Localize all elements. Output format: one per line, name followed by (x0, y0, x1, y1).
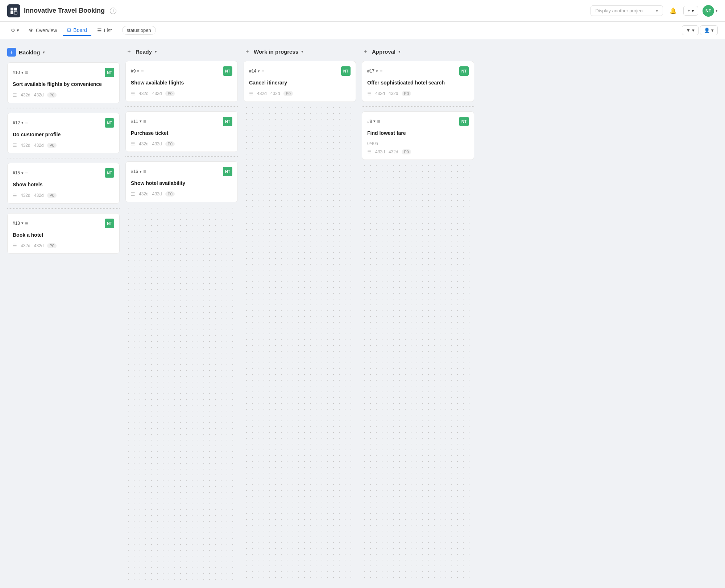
card-menu-icon-backlog-3[interactable]: ≡ (25, 220, 28, 226)
card-menu-icon-backlog-1[interactable]: ≡ (25, 120, 28, 126)
tab-board-label: Board (73, 27, 87, 33)
column-add-small-approval[interactable]: + (362, 48, 369, 55)
column-add-btn-backlog[interactable]: + (7, 48, 16, 57)
info-icon[interactable]: i (110, 8, 116, 14)
tab-overview-label: Overview (36, 28, 57, 33)
card-issue-num-backlog-1[interactable]: #12 (13, 120, 20, 125)
card-avatar-ready-0: NT (223, 66, 232, 76)
card-time2-approval-1: 432d (389, 149, 398, 154)
card-time1-backlog-2: 432d (21, 193, 30, 198)
card-time2-backlog-2: 432d (34, 193, 44, 198)
card-issue-num-backlog-2[interactable]: #15 (13, 170, 20, 175)
card-title-wip-0: Cancel itinerary (249, 79, 351, 87)
card-menu-icon-backlog-0[interactable]: ≡ (25, 70, 28, 75)
user-avatar-chevron: ▾ (716, 8, 718, 13)
tab-list[interactable]: ☰ List (93, 25, 116, 36)
card-approval-0[interactable]: #17▾≡NTOffer sophisticated hotel search☰… (362, 61, 474, 102)
project-selector[interactable]: Display another project ▾ (591, 5, 663, 16)
card-backlog-0[interactable]: #10▾≡NTSort available flights by conveni… (7, 62, 120, 103)
user-filter-button[interactable]: 👤 ▾ (700, 25, 718, 35)
card-badge-backlog-0: P0 (47, 92, 56, 98)
card-wip-0[interactable]: #14▾≡NTCancel itinerary☰432d432dP0 (244, 61, 356, 102)
column-add-small-wip[interactable]: + (244, 48, 251, 55)
tab-list-label: List (104, 28, 112, 33)
column-empty-area-wip (244, 105, 356, 581)
column-add-small-ready[interactable]: + (125, 48, 133, 55)
notifications-button[interactable]: 🔔 (667, 5, 679, 17)
status-filter-chip[interactable]: status:open (122, 26, 156, 35)
card-backlog-1[interactable]: #12▾≡NTDo customer profile☰432d432dP0 (7, 113, 120, 154)
card-ready-1[interactable]: #11▾≡NTPurchase ticket☰432d432dP0 (125, 111, 238, 152)
project-selector-label: Display another project (595, 8, 643, 13)
card-issue-num-backlog-3[interactable]: #18 (13, 221, 20, 226)
card-ready-2[interactable]: #16▾≡NTShow hotel availability☰432d432dP… (125, 161, 238, 202)
column-chevron-approval[interactable]: ▾ (398, 49, 401, 54)
card-id-chevron-approval-0: ▾ (376, 69, 378, 74)
filter-funnel-icon: ▼ (686, 28, 691, 33)
user-filter-dropdown-icon: ▾ (711, 28, 714, 33)
card-menu-icon-backlog-2[interactable]: ≡ (25, 170, 28, 176)
card-time1-backlog-1: 432d (21, 143, 30, 148)
card-menu-icon-ready-0[interactable]: ≡ (141, 68, 144, 74)
card-issue-num-backlog-0[interactable]: #10 (13, 70, 20, 75)
card-issue-num-ready-2[interactable]: #16 (131, 169, 138, 174)
card-header-approval-0: #17▾≡NT (367, 66, 469, 76)
card-avatar-backlog-0: NT (105, 68, 114, 77)
card-badge-backlog-1: P0 (47, 143, 56, 148)
card-menu-icon-ready-1[interactable]: ≡ (143, 119, 146, 124)
card-time1-approval-0: 432d (375, 91, 385, 96)
card-id-chevron-backlog-3: ▾ (21, 221, 24, 225)
card-approval-1[interactable]: #8▾≡NTFind lowest fare0/40h☰432d432dP0 (362, 111, 474, 160)
card-separator-approval-0 (362, 106, 474, 107)
card-issue-num-approval-0[interactable]: #17 (367, 69, 374, 74)
card-issue-num-approval-1[interactable]: #8 (367, 119, 372, 124)
card-title-backlog-0: Sort available flights by convenience (13, 81, 114, 88)
settings-button[interactable]: ⚙ ▾ (7, 25, 23, 35)
card-badge-approval-1: P0 (402, 149, 411, 154)
card-header-backlog-1: #12▾≡NT (13, 118, 114, 128)
column-chevron-backlog[interactable]: ▾ (43, 50, 45, 55)
user-avatar: NT (703, 5, 714, 17)
board-grid-icon: ⊞ (67, 27, 71, 33)
tab-board[interactable]: ⊞ Board (63, 25, 91, 36)
card-header-ready-2: #16▾≡NT (131, 167, 232, 176)
card-separator-ready-0 (125, 106, 238, 107)
card-menu-icon-approval-0[interactable]: ≡ (380, 68, 382, 74)
card-avatar-approval-1: NT (459, 117, 469, 126)
card-issue-num-ready-0[interactable]: #9 (131, 69, 136, 74)
card-time2-approval-0: 432d (389, 91, 398, 96)
card-issue-num-ready-1[interactable]: #11 (131, 119, 138, 124)
card-doc-icon-backlog-0: ☰ (13, 92, 17, 98)
card-badge-ready-0: P0 (165, 91, 174, 96)
card-id-chevron-ready-2: ▾ (140, 169, 142, 174)
column-title-wip: Work in progress (254, 49, 298, 55)
card-footer-backlog-2: ☰432d432dP0 (13, 193, 114, 198)
card-menu-icon-ready-2[interactable]: ≡ (143, 169, 146, 174)
card-title-ready-2: Show hotel availability (131, 180, 232, 187)
card-header-approval-1: #8▾≡NT (367, 117, 469, 126)
header: Innovative Travel Booking i Display anot… (0, 0, 725, 22)
column-chevron-ready[interactable]: ▾ (155, 49, 157, 54)
card-menu-icon-wip-0[interactable]: ≡ (261, 68, 264, 74)
card-backlog-3[interactable]: #18▾≡NTBook a hotel☰432d432dP0 (7, 213, 120, 254)
user-avatar-button[interactable]: NT ▾ (703, 5, 718, 17)
card-issue-num-wip-0[interactable]: #14 (249, 69, 256, 74)
filter-button[interactable]: ▼ ▾ (682, 25, 699, 35)
project-title: Innovative Travel Booking (24, 7, 105, 15)
card-separator-backlog-2 (7, 208, 120, 209)
column-ready: +Ready▾#9▾≡NTShow available flights☰432d… (125, 46, 238, 581)
card-menu-icon-approval-1[interactable]: ≡ (377, 119, 380, 124)
card-avatar-wip-0: NT (341, 66, 351, 76)
settings-dropdown-icon: ▾ (17, 28, 19, 33)
column-empty-area-approval (362, 163, 474, 581)
card-footer-ready-2: ☰432d432dP0 (131, 191, 232, 197)
card-footer-ready-0: ☰432d432dP0 (131, 91, 232, 96)
card-backlog-2[interactable]: #15▾≡NTShow hotels☰432d432dP0 (7, 163, 120, 204)
card-footer-ready-1: ☰432d432dP0 (131, 141, 232, 146)
column-chevron-wip[interactable]: ▾ (301, 49, 303, 54)
create-button[interactable]: + ▾ (683, 6, 698, 16)
card-time2-backlog-3: 432d (34, 243, 44, 248)
tab-overview[interactable]: 👁 Overview (24, 25, 61, 36)
card-ready-0[interactable]: #9▾≡NTShow available flights☰432d432dP0 (125, 61, 238, 102)
card-avatar-approval-0: NT (459, 66, 469, 76)
